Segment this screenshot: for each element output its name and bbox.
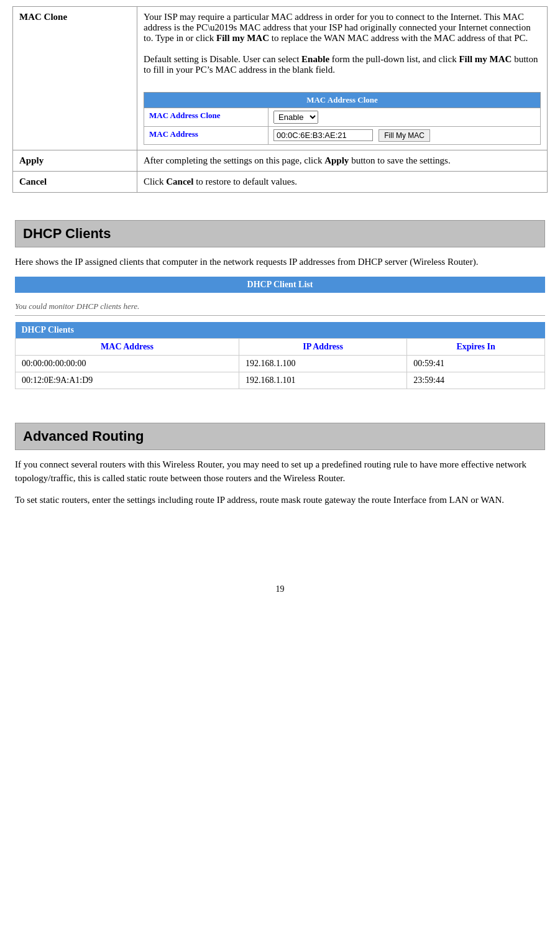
fill-my-mac-button[interactable]: Fill My MAC	[379, 129, 430, 142]
advanced-routing-section: Advanced Routing If you connect several …	[12, 423, 548, 507]
dhcp-row1-expires: 00:59:41	[407, 355, 545, 372]
dhcp-data-row-2: 00:12:0E:9A:A1:D9 192.168.1.101 23:59:44	[16, 372, 545, 389]
page-number: 19	[12, 572, 548, 601]
cancel-desc-text1: Click	[144, 177, 166, 186]
dhcp-clients-section: DHCP Clients Here shows the IP assigned …	[12, 220, 548, 389]
main-settings-table: MAC Clone Your ISP may require a particu…	[12, 6, 548, 193]
dhcp-clients-table: DHCP Clients MAC Address IP Address Expi…	[15, 322, 545, 389]
dhcp-table-title: DHCP Clients	[16, 322, 545, 339]
mac-clone-desc-text2-mid: form the pull-down list, and click	[329, 54, 459, 64]
dhcp-clients-description: Here shows the IP assigned clients that …	[15, 255, 545, 269]
mac-clone-row: MAC Clone Your ISP may require a particu…	[13, 7, 548, 150]
page-wrapper: MAC Clone Your ISP may require a particu…	[0, 0, 560, 607]
cancel-bold: Cancel	[166, 177, 193, 186]
dhcp-col-ip: IP Address	[239, 338, 407, 355]
apply-label: Apply	[13, 150, 137, 172]
dhcp-row2-mac: 00:12:0E:9A:A1:D9	[16, 372, 239, 389]
dhcp-data-row-1: 00:00:00:00:00:00 192.168.1.100 00:59:41	[16, 355, 545, 372]
cancel-label: Cancel	[13, 172, 137, 193]
mac-clone-desc-p1: Your ISP may require a particular MAC ad…	[144, 12, 541, 44]
dhcp-clients-section-title: DHCP Clients	[15, 220, 545, 247]
dhcp-row1-ip: 192.168.1.100	[239, 355, 407, 372]
apply-content: After completing the settings on this pa…	[137, 150, 548, 172]
mac-clone-fillmac-bold: Fill my MAC	[459, 54, 512, 64]
mac-clone-label: MAC Clone	[13, 7, 137, 150]
advanced-routing-description1: If you connect several routers with this…	[15, 458, 545, 486]
mac-clone-table-header: MAC Address Clone	[144, 93, 541, 108]
mac-clone-desc-p2: Default setting is Disable. User can sel…	[144, 54, 541, 75]
cancel-row: Cancel Click Cancel to restore to defaul…	[13, 172, 548, 193]
mac-clone-desc-text1-end: to replace the WAN MAC address with the …	[269, 33, 528, 43]
dhcp-row2-ip: 192.168.1.101	[239, 372, 407, 389]
apply-desc-text1: After completing the settings on this pa…	[144, 155, 324, 165]
advanced-routing-description2: To set static routers, enter the setting…	[15, 493, 545, 507]
dhcp-row1-mac: 00:00:00:00:00:00	[16, 355, 239, 372]
mac-clone-table-header-row: MAC Address Clone	[144, 93, 541, 108]
mac-address-clone-row: MAC Address Clone Enable Disable	[144, 108, 541, 127]
dhcp-row2-expires: 23:59:44	[407, 372, 545, 389]
dhcp-col-mac: MAC Address	[16, 338, 239, 355]
mac-address-clone-row-label: MAC Address Clone	[144, 108, 269, 127]
mac-address-input[interactable]	[273, 129, 373, 141]
apply-row: Apply After completing the settings on t…	[13, 150, 548, 172]
dhcp-monitor-note: You could monitor DHCP clients here.	[15, 298, 545, 316]
mac-clone-fill-bold: Fill my MAC	[216, 33, 269, 43]
mac-clone-content: Your ISP may require a particular MAC ad…	[137, 7, 548, 150]
mac-clone-enable-bold: Enable	[301, 54, 329, 64]
mac-address-clone-table: MAC Address Clone MAC Address Clone Enab…	[144, 92, 541, 145]
mac-address-clone-row-value: Enable Disable	[269, 108, 541, 127]
dhcp-col-expires: Expires In	[407, 338, 545, 355]
dhcp-table-title-row: DHCP Clients	[16, 322, 545, 339]
mac-address-label: MAC Address	[144, 127, 269, 145]
dhcp-column-headers: MAC Address IP Address Expires In	[16, 338, 545, 355]
cancel-content: Click Cancel to restore to default value…	[137, 172, 548, 193]
apply-desc-text2: button to save the settings.	[349, 155, 450, 165]
mac-address-row: MAC Address Fill My MAC	[144, 127, 541, 145]
mac-address-input-cell: Fill My MAC	[269, 127, 541, 145]
mac-clone-desc-text2-start: Default setting is Disable. User can sel…	[144, 54, 301, 64]
dhcp-client-list-header: DHCP Client List	[15, 277, 545, 293]
cancel-desc-text2: to restore to default values.	[193, 177, 297, 186]
apply-bold: Apply	[324, 155, 349, 165]
mac-address-clone-select[interactable]: Enable Disable	[273, 111, 318, 124]
advanced-routing-section-title: Advanced Routing	[15, 423, 545, 450]
